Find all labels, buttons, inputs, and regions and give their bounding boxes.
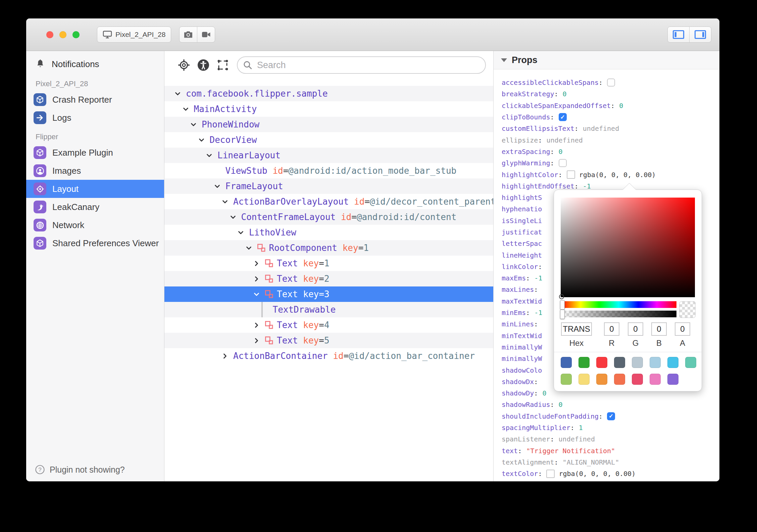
tree-row[interactable]: MainActivity	[164, 101, 493, 117]
preset-color-swatch[interactable]	[578, 374, 590, 385]
chevron-down-icon[interactable]	[230, 214, 241, 220]
tree-row[interactable]: LithoView	[164, 225, 493, 240]
tree-row[interactable]: ViewStub id=@android:id/action_mode_bar_…	[164, 163, 493, 178]
chevron-down-icon[interactable]	[222, 199, 233, 205]
chevron-down-icon[interactable]	[183, 106, 194, 112]
preset-color-swatch[interactable]	[614, 357, 625, 368]
prop-value[interactable]: rgba(0, 0, 0, 0.00)	[579, 171, 656, 179]
sidebar-item-shared-preferences-viewer[interactable]: Shared Preferences Viewer	[26, 234, 164, 252]
hex-input[interactable]: TRANS	[561, 322, 592, 336]
color-swatch[interactable]	[567, 170, 575, 179]
tree-row[interactable]: com.facebook.flipper.sample	[164, 86, 493, 101]
search-input[interactable]	[256, 60, 480, 71]
tree-row[interactable]: Text key=1	[164, 256, 493, 271]
prop-value[interactable]: 1	[579, 424, 583, 432]
chevron-right-icon[interactable]	[253, 337, 265, 344]
chevron-down-icon[interactable]	[174, 91, 186, 97]
chevron-down-icon[interactable]	[214, 183, 225, 190]
prop-value[interactable]: 0	[619, 102, 623, 110]
toggle-left-sidebar-button[interactable]	[668, 27, 689, 42]
props-header[interactable]: Props	[494, 51, 719, 69]
red-input[interactable]: 0	[604, 322, 619, 336]
chevron-down-icon[interactable]	[238, 229, 249, 236]
chevron-right-icon[interactable]	[253, 276, 265, 282]
preset-color-swatch[interactable]	[578, 357, 590, 368]
sidebar-item-crash-reporter[interactable]: Crash Reporter	[26, 91, 164, 109]
preset-color-swatch[interactable]	[650, 374, 661, 385]
prop-value[interactable]: undefined	[559, 435, 595, 443]
select-element-icon[interactable]	[216, 58, 230, 72]
tree-row[interactable]: TextDrawable	[164, 302, 493, 317]
tree-row[interactable]: Text key=2	[164, 271, 493, 286]
tree-row[interactable]: Text key=3	[164, 286, 493, 302]
sidebar-item-example-plugin[interactable]: Example Plugin	[26, 144, 164, 162]
hue-slider[interactable]	[561, 301, 676, 308]
checkbox-checked[interactable]: ✓	[559, 113, 567, 121]
toggle-right-sidebar-button[interactable]	[689, 27, 711, 42]
close-button[interactable]	[46, 31, 53, 38]
screenshot-button[interactable]	[180, 27, 197, 42]
zoom-button[interactable]	[72, 31, 80, 38]
sidebar-item-notifications[interactable]: Notifications	[26, 54, 164, 74]
prop-value[interactable]: 0	[559, 401, 563, 409]
tree-row[interactable]: DecorView	[164, 132, 493, 148]
saturation-cursor[interactable]	[559, 294, 564, 299]
tree-row[interactable]: ActionBarContainer id=@id/action_bar_con…	[164, 348, 493, 364]
alpha-slider-handle[interactable]	[560, 310, 565, 319]
search-box[interactable]	[237, 56, 486, 74]
checkbox-unchecked[interactable]	[607, 78, 615, 87]
sidebar-item-network[interactable]: Network	[26, 216, 164, 234]
tree-row[interactable]: PhoneWindow	[164, 117, 493, 132]
preset-color-swatch[interactable]	[614, 374, 625, 385]
prop-value[interactable]: 0	[542, 389, 546, 397]
prop-value[interactable]: undefined	[546, 136, 583, 144]
checkbox-checked[interactable]: ✓	[607, 412, 615, 420]
chevron-down-icon[interactable]	[198, 137, 210, 143]
tree-row[interactable]: RootComponent key=1	[164, 240, 493, 256]
green-input[interactable]: 0	[628, 322, 643, 336]
alpha-slider[interactable]	[561, 311, 676, 317]
checkbox-unchecked[interactable]	[559, 159, 567, 167]
tree-row[interactable]: Text key=5	[164, 333, 493, 348]
minimize-button[interactable]	[59, 31, 66, 38]
chevron-down-icon[interactable]	[190, 121, 202, 128]
tree-row[interactable]: ActionBarOverlayLayout id=@id/decor_cont…	[164, 194, 493, 209]
device-selector[interactable]: Pixel_2_API_28	[97, 26, 171, 43]
target-mode-button[interactable]	[177, 58, 191, 72]
prop-value[interactable]: undefined	[583, 124, 619, 132]
preset-color-swatch[interactable]	[596, 374, 607, 385]
prop-value[interactable]: -1	[534, 309, 542, 317]
chevron-down-icon[interactable]	[206, 152, 217, 159]
hue-slider-handle[interactable]	[560, 300, 565, 310]
prop-value[interactable]: "Trigger Notification"	[526, 447, 615, 455]
preset-color-swatch[interactable]	[632, 374, 643, 385]
blue-input[interactable]: 0	[651, 322, 667, 336]
prop-value[interactable]: 0	[559, 148, 563, 156]
preset-color-swatch[interactable]	[685, 357, 696, 368]
tree-row[interactable]: Text key=4	[164, 317, 493, 333]
chevron-down-icon[interactable]	[246, 245, 257, 251]
sidebar-item-layout[interactable]: Layout	[26, 180, 164, 198]
prop-value[interactable]: -1	[583, 182, 591, 190]
chevron-down-icon[interactable]	[253, 291, 265, 298]
alpha-input[interactable]: 0	[675, 322, 690, 336]
preset-color-swatch[interactable]	[650, 357, 661, 368]
sidebar-item-images[interactable]: Images	[26, 162, 164, 180]
prop-value[interactable]: -1	[534, 274, 542, 282]
tree-row[interactable]: LinearLayout	[164, 148, 493, 163]
saturation-area[interactable]	[561, 198, 695, 297]
chevron-right-icon[interactable]	[253, 260, 265, 267]
chevron-right-icon[interactable]	[253, 322, 265, 328]
prop-value[interactable]: rgba(0, 0, 0, 0.00)	[559, 470, 636, 478]
screen-record-button[interactable]	[197, 27, 215, 42]
preset-color-swatch[interactable]	[667, 357, 678, 368]
tree-row[interactable]: FrameLayout	[164, 178, 493, 194]
preset-color-swatch[interactable]	[667, 374, 678, 385]
color-swatch[interactable]	[546, 470, 555, 478]
sidebar-item-logs[interactable]: Logs	[26, 109, 164, 127]
chevron-right-icon[interactable]	[222, 353, 233, 359]
prop-value[interactable]: "ALIGN_NORMAL"	[563, 458, 619, 466]
sidebar-item-leakcanary[interactable]: LeakCanary	[26, 198, 164, 216]
accessibility-mode-button[interactable]	[197, 58, 210, 72]
plugin-help-link[interactable]: ? Plugin not showing?	[35, 465, 125, 475]
